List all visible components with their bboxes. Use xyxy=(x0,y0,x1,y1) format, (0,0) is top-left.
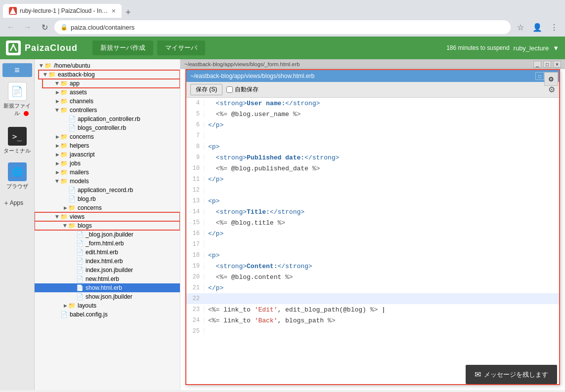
file-icon-new-html: 📄 xyxy=(76,275,84,282)
code-line-12[interactable]: 12 xyxy=(186,185,559,196)
bg-editor-minimize[interactable]: _ xyxy=(533,61,541,68)
tab-favicon xyxy=(9,7,17,15)
my-server-button[interactable]: マイサーバ xyxy=(157,40,205,55)
bg-editor-controls: _ □ × xyxy=(533,61,561,68)
user-button[interactable]: ruby_lecture xyxy=(514,44,549,52)
tree-item-new-html[interactable]: 📄 new.html.erb xyxy=(35,274,180,283)
back-button[interactable]: ← xyxy=(4,20,18,34)
line-content-8: <p> xyxy=(208,143,559,151)
bg-editor-maximize[interactable]: □ xyxy=(543,61,551,68)
tree-item-index-json[interactable]: 📄 index.json.jbuilder xyxy=(35,266,180,274)
code-line-10[interactable]: 10 <%= @blog.published_date %> xyxy=(186,163,559,174)
tree-item-jobs[interactable]: ▶ 📁 jobs xyxy=(35,159,180,168)
new-tab-button[interactable]: + xyxy=(122,7,135,18)
code-line-9[interactable]: 9 <strong>Published date:</strong> xyxy=(186,152,559,163)
bookmark-button[interactable]: ☆ xyxy=(514,20,527,34)
sidebar-item-terminal[interactable]: >_ ターミナル xyxy=(1,124,33,157)
tree-item-channels[interactable]: ▶ 📁 channels xyxy=(35,97,180,106)
code-line-11[interactable]: 11</p> xyxy=(186,174,559,185)
tree-label-app-record: application_record.rb xyxy=(78,187,180,194)
tree-label-assets: assets xyxy=(70,89,180,96)
code-line-13[interactable]: 13<p> xyxy=(186,196,559,206)
tree-item-mailers[interactable]: ▶ 📁 mailers xyxy=(35,168,180,177)
code-line-7[interactable]: 7 xyxy=(186,130,559,141)
line-number-22: 22 xyxy=(186,295,204,302)
settings-sidebar-btn[interactable]: ⚙ xyxy=(544,72,558,86)
code-line-4[interactable]: 4 <strong>User name:</strong> xyxy=(186,98,559,109)
tree-label-mailers: mailers xyxy=(70,169,180,176)
tree-item-show-html[interactable]: 📄 show.html.erb xyxy=(35,283,180,292)
tree-item-concerns-models[interactable]: ▶ 📁 concerns xyxy=(35,203,180,212)
code-content[interactable]: 4 <strong>User name:</strong>5 <%= @blog… xyxy=(186,98,559,382)
line-content-17 xyxy=(208,241,559,248)
tree-item-blogs-controller[interactable]: 📄 blogs_controller.rb xyxy=(35,123,180,132)
sidebar-item-browser[interactable]: 🌐 ブラウザ xyxy=(1,159,33,193)
tree-item-edit-html[interactable]: 📄 edit.html.erb xyxy=(35,248,180,257)
tree-item-root[interactable]: ▶ 📁 /home/ubuntu xyxy=(35,61,180,70)
reload-button[interactable]: ↻ xyxy=(38,20,51,34)
code-line-23[interactable]: 23<%= link_to 'Edit', edit_blog_path(@bl… xyxy=(186,304,559,315)
tree-label-helpers: helpers xyxy=(70,142,180,149)
code-line-6[interactable]: 6</p> xyxy=(186,119,559,130)
new-server-button[interactable]: 新規サーバ作成 xyxy=(92,40,153,55)
tree-item-blog-rb[interactable]: 📄 blog.rb xyxy=(35,195,180,203)
folder-icon-concerns-ctrl: 📁 xyxy=(60,133,68,140)
close-tab-button[interactable]: × xyxy=(112,7,116,15)
autosave-checkbox[interactable] xyxy=(226,86,233,93)
tree-label-babel-config: babel.config.js xyxy=(70,311,180,318)
tree-item-babel-config[interactable]: 📄 babel.config.js xyxy=(35,310,180,319)
tree-item-models[interactable]: ▶ 📁 models xyxy=(35,177,180,186)
apps-button[interactable]: + Apps xyxy=(1,197,33,209)
tree-item-form-html[interactable]: 📄 _form.html.erb xyxy=(35,239,180,248)
file-icon-blog-rb: 📄 xyxy=(68,196,76,202)
code-line-15[interactable]: 15 <%= @blog.title %> xyxy=(186,217,559,228)
bg-editor-close[interactable]: × xyxy=(553,61,561,68)
browser-tab-active[interactable]: ruby-lecture-1 | PaizaCloud - Ins... × xyxy=(3,4,122,18)
address-bar[interactable]: 🔒 paiza.cloud/containers xyxy=(54,20,511,34)
tree-item-blogs-folder[interactable]: ▶ 📁 blogs xyxy=(35,221,180,230)
code-line-25[interactable]: 25 xyxy=(186,326,559,337)
code-line-20[interactable]: 20 <%= @blog.content %> xyxy=(186,272,559,282)
code-line-16[interactable]: 16</p> xyxy=(186,228,559,239)
main-layout: ≡ 📄 新規ファイル >_ ターミナル 🌐 ブラウザ + Apps xyxy=(0,59,565,390)
code-line-5[interactable]: 5 <%= @blog.user_name %> xyxy=(186,109,559,119)
tree-label-javascript: javascript xyxy=(70,151,180,158)
sidebar-tab-indicator[interactable]: ≡ xyxy=(2,63,32,77)
tree-item-app-record[interactable]: 📄 application_record.rb xyxy=(35,186,180,195)
fg-editor-minimize[interactable]: □ xyxy=(535,72,544,80)
code-line-14[interactable]: 14 <strong>Title:</strong> xyxy=(186,206,559,217)
tree-item-blog-json[interactable]: 📄 _blog.json.jbuilder xyxy=(35,230,180,239)
code-line-17[interactable]: 17 xyxy=(186,239,559,250)
tree-item-eastback-blog[interactable]: ▶ 📁 eastback-blog xyxy=(39,70,180,79)
paiza-header: PaizaCloud 新規サーバ作成 マイサーバ 186 minutes to … xyxy=(0,37,565,59)
code-line-22[interactable]: 22 xyxy=(186,293,559,304)
tree-item-concerns-ctrl[interactable]: ▶ 📁 concerns xyxy=(35,132,180,141)
line-content-24: <%= link_to 'Back', blogs_path %> xyxy=(208,317,559,324)
code-line-19[interactable]: 19 <strong>Content:</strong> xyxy=(186,261,559,272)
account-button[interactable]: 👤 xyxy=(530,20,544,34)
tree-item-javascript[interactable]: ▶ 📁 javascript xyxy=(35,150,180,159)
gear-button[interactable]: ⚙ xyxy=(548,85,555,94)
tree-item-layouts[interactable]: ▶ 📁 layouts xyxy=(35,301,180,310)
forward-button[interactable]: → xyxy=(21,20,35,34)
tree-item-app[interactable]: ▶ 📁 app xyxy=(43,79,180,88)
save-button[interactable]: 保存 (S) xyxy=(190,84,222,95)
tree-item-helpers[interactable]: ▶ 📁 helpers xyxy=(35,141,180,150)
folder-icon-concerns-models: 📁 xyxy=(68,204,76,211)
tree-item-assets[interactable]: ▶ 📁 assets xyxy=(35,88,180,97)
message-button[interactable]: ✉ メッセージを残します xyxy=(466,365,557,384)
line-content-4: <strong>User name:</strong> xyxy=(208,100,559,107)
autosave-label[interactable]: 自動保存 xyxy=(226,85,259,94)
tree-item-views[interactable]: ▶ 📁 views xyxy=(35,212,180,221)
menu-button[interactable]: ⋮ xyxy=(547,20,561,34)
code-line-24[interactable]: 24<%= link_to 'Back', blogs_path %> xyxy=(186,315,559,326)
code-line-8[interactable]: 8<p> xyxy=(186,141,559,152)
tree-item-index-html[interactable]: 📄 index.html.erb xyxy=(35,257,180,266)
tree-item-application-controller[interactable]: 📄 application_controller.rb xyxy=(35,115,180,123)
folder-icon-helpers: 📁 xyxy=(60,142,68,149)
code-line-21[interactable]: 21</p> xyxy=(186,282,559,293)
tree-item-controllers[interactable]: ▶ 📁 controllers xyxy=(35,106,180,115)
tree-item-show-json[interactable]: 📄 show.json.jbuilder xyxy=(35,292,180,301)
line-content-18: <p> xyxy=(208,252,559,259)
code-line-18[interactable]: 18<p> xyxy=(186,250,559,261)
